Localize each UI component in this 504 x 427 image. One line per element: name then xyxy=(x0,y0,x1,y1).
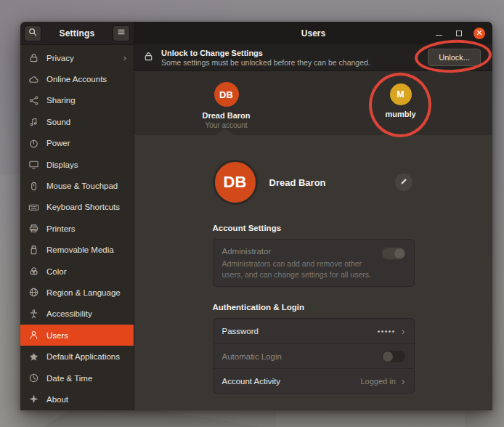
sidebar-list: Privacy › Online Accounts Sharing Sound xyxy=(20,45,134,410)
account-settings-heading: Account Settings xyxy=(213,224,415,232)
maximize-button[interactable] xyxy=(453,28,465,39)
toggle-knob xyxy=(383,351,393,362)
sidebar-item-printers[interactable]: Printers xyxy=(20,218,134,239)
lock-icon xyxy=(28,52,39,64)
sidebar-item-date-time[interactable]: Date & Time xyxy=(20,367,134,389)
search-button[interactable] xyxy=(24,25,41,41)
star-icon xyxy=(28,351,39,362)
keyboard-icon xyxy=(28,201,39,213)
accessibility-icon xyxy=(28,308,39,320)
menu-button[interactable] xyxy=(113,25,130,41)
account-activity-row[interactable]: Account Activity Logged in › xyxy=(214,368,414,393)
selected-user-caret xyxy=(216,129,235,135)
sidebar-item-color[interactable]: Color xyxy=(20,261,134,282)
avatar: DB xyxy=(213,160,258,205)
sidebar-item-label: Printers xyxy=(46,224,76,233)
administrator-label: Administrator xyxy=(222,247,405,256)
sidebar-item-label: Power xyxy=(46,139,70,147)
power-gauge-icon xyxy=(28,137,39,149)
user-detail-panel: DB Dread Baron Account Settings Administ… xyxy=(134,135,492,410)
edit-name-button[interactable] xyxy=(394,173,413,192)
automatic-login-row: Automatic Login xyxy=(214,343,414,368)
minimize-icon xyxy=(436,35,442,36)
globe-icon xyxy=(28,287,39,298)
user-header: DB Dread Baron xyxy=(213,157,415,208)
carousel-user-mumbly[interactable]: M mumbly xyxy=(343,71,459,135)
sidebar-item-mouse-touchpad[interactable]: Mouse & Touchpad xyxy=(20,175,134,196)
printer-icon xyxy=(28,223,39,235)
banner-title: Unlock to Change Settings xyxy=(161,49,428,57)
music-note-icon xyxy=(28,116,39,128)
sidebar-item-label: Mouse & Touchpad xyxy=(46,182,118,190)
unlock-button[interactable]: Unlock... xyxy=(428,49,481,66)
banner-text: Unlock to Change Settings Some settings … xyxy=(161,49,428,67)
clock-icon xyxy=(28,373,39,384)
search-icon xyxy=(28,27,38,40)
banner-subtitle: Some settings must be unlocked before th… xyxy=(161,58,428,67)
user-name: Dread Baron xyxy=(202,111,250,120)
minimize-button[interactable] xyxy=(433,28,444,39)
chevron-right-icon: › xyxy=(402,326,405,336)
share-icon xyxy=(28,94,39,106)
password-row[interactable]: Password ••••• › xyxy=(214,319,414,343)
sidebar-item-label: Sharing xyxy=(46,96,76,105)
sidebar-item-default-applications[interactable]: Default Applications xyxy=(20,346,134,367)
sidebar-item-label: About xyxy=(46,395,68,404)
sidebar-item-label: Accessibility xyxy=(46,309,92,318)
sparkle-icon xyxy=(28,394,39,405)
sidebar-item-power[interactable]: Power xyxy=(20,133,134,154)
sidebar-item-sharing[interactable]: Sharing xyxy=(20,90,134,111)
avatar: DB xyxy=(214,82,239,107)
sidebar-item-label: Removable Media xyxy=(46,245,114,254)
monitor-icon xyxy=(28,159,39,171)
sidebar-item-label: Default Applications xyxy=(46,352,120,361)
password-label: Password xyxy=(222,327,259,336)
sidebar-item-online-accounts[interactable]: Online Accounts xyxy=(20,68,134,89)
auth-login-card: Password ••••• › Automatic Login xyxy=(213,318,415,394)
sidebar-item-displays[interactable]: Displays xyxy=(20,154,134,175)
sidebar-item-keyboard-shortcuts[interactable]: Keyboard Shortcuts xyxy=(20,197,134,218)
close-button[interactable]: ✕ xyxy=(473,28,485,39)
sidebar-item-label: Displays xyxy=(46,160,78,169)
sidebar-item-accessibility[interactable]: Accessibility xyxy=(20,304,134,325)
sidebar-item-removable-media[interactable]: Removable Media xyxy=(20,240,134,261)
administrator-description: Administrators can add and remove other … xyxy=(222,259,378,280)
chevron-right-icon: › xyxy=(402,376,405,386)
flash-drive-icon xyxy=(28,244,39,256)
user-icon xyxy=(28,330,39,341)
automatic-login-label: Automatic Login xyxy=(222,352,282,361)
sidebar-item-label: Privacy xyxy=(46,54,74,62)
carousel-user-dread-baron[interactable]: DB Dread Baron Your account xyxy=(168,71,285,135)
window-controls: ✕ xyxy=(433,28,485,39)
automatic-login-toggle[interactable] xyxy=(382,351,405,362)
sidebar-header: Settings xyxy=(20,22,134,45)
toggle-knob xyxy=(394,248,405,259)
user-carousel: DB Dread Baron Your account M mumbly xyxy=(134,71,492,135)
sidebar-item-about[interactable]: About xyxy=(20,389,134,410)
user-name: Dread Baron xyxy=(269,177,326,188)
main-panel: Users ✕ Unlock to Change Settings Some s… xyxy=(134,22,492,410)
color-profile-icon xyxy=(28,266,39,277)
administrator-toggle[interactable] xyxy=(382,248,405,259)
account-activity-label: Account Activity xyxy=(222,377,281,386)
sidebar: Settings Privacy › Online xyxy=(20,22,134,410)
sidebar-item-sound[interactable]: Sound xyxy=(20,111,134,132)
sidebar-item-label: Keyboard Shortcuts xyxy=(46,203,120,211)
close-icon: ✕ xyxy=(476,28,482,38)
sidebar-item-label: Online Accounts xyxy=(46,75,107,84)
cloud-icon xyxy=(28,73,39,85)
sidebar-item-privacy[interactable]: Privacy › xyxy=(20,47,134,68)
lock-icon xyxy=(143,51,154,65)
sidebar-item-label: Sound xyxy=(46,118,70,126)
user-name: mumbly xyxy=(385,110,415,118)
sidebar-item-region-language[interactable]: Region & Language xyxy=(20,282,134,303)
mouse-icon xyxy=(28,180,39,192)
password-value: ••••• xyxy=(378,328,396,336)
chevron-right-icon: › xyxy=(123,52,126,63)
sidebar-item-users[interactable]: Users xyxy=(20,325,134,346)
sidebar-item-label: Color xyxy=(46,267,66,276)
account-activity-value: Logged in xyxy=(361,377,396,386)
titlebar: Users ✕ xyxy=(134,22,492,44)
menu-icon xyxy=(116,27,126,40)
unlock-banner: Unlock to Change Settings Some settings … xyxy=(134,44,492,71)
